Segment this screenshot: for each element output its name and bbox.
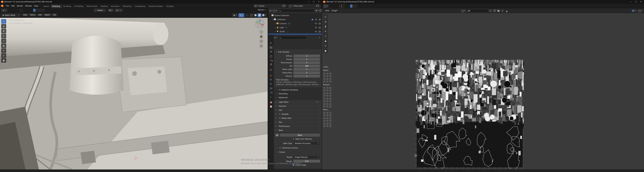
disable-in-render-icon[interactable] [319,31,321,32]
select-box-icon[interactable] [20,9,22,12]
select-box-tool[interactable]: □ [1,19,6,24]
image-display-dropdown[interactable] [638,9,643,12]
clear-image-checkbox[interactable] [292,164,294,166]
open-image-button[interactable] [496,9,500,12]
sub-panel-header[interactable]: ▸ Advanced [274,96,322,99]
bake-from-multires-checkbox[interactable] [292,138,294,140]
view-layer-selector[interactable]: View Layer × [288,4,321,8]
output[interactable] [268,50,274,54]
shading-mode-buttons[interactable] [250,13,267,17]
sidebar-icon-grid[interactable]: ◇◇◇ ◇◇◇ [323,98,335,102]
outliner-row[interactable]: ▸ Zt300 [268,30,322,34]
measure-tool[interactable]: ∠ [1,53,6,58]
viewport-menu-item[interactable]: View [22,14,28,16]
outliner-row[interactable]: Scene Collection [268,14,322,18]
mode-dropdown[interactable]: ▣Object Mode [1,13,21,17]
object-data[interactable] [268,94,274,99]
new-scene-icon[interactable] [282,5,284,7]
menu-item[interactable]: File [5,4,10,8]
close-button[interactable]: × [638,0,643,4]
properties-context-icon[interactable]: ☰ [274,37,277,38]
outliner-row[interactable]: ▾ Collection [268,18,322,22]
cursor-tool[interactable]: ◎ [1,24,6,28]
margin-slider[interactable]: 3 px [294,160,320,162]
snap-toggle-button[interactable] [108,8,114,12]
display-channels-dropdown[interactable] [631,9,636,12]
render[interactable] [268,45,274,50]
sidebar-icon-grid[interactable]: ◇◇◇ ◇◇◇ [323,117,335,122]
menu-item[interactable]: Edit [10,4,16,8]
disable-in-render-icon[interactable] [319,19,321,20]
outliner-filter-type-dropdown[interactable] [273,10,277,12]
sub-panel-header[interactable]: ▸ Denoising [274,92,322,96]
browse-image-dropdown[interactable] [461,9,466,12]
workspace-tab[interactable]: Texture Paint [85,5,99,8]
maximize-button[interactable]: ▢ [311,0,316,4]
workspace-tab[interactable]: Animation [109,5,121,8]
viewport-menu-item[interactable]: Select [29,14,37,16]
rotate-tool[interactable]: ↻ [323,29,328,34]
particles[interactable] [268,82,274,86]
panel-checkbox[interactable] [279,113,281,115]
sidebar-icon-grid[interactable]: ◇◇◇ ◇◇◇ [323,92,335,97]
box-tool[interactable]: ▦ [323,48,328,53]
add-cube-tool[interactable]: ▦ [1,58,6,62]
panel-header[interactable]: ▸ Performance ⋮☰ ∷∷ [274,124,322,128]
value-slider[interactable]: 1 [294,71,320,74]
bake-type-dropdown[interactable]: Ambient Occlusion [294,142,320,145]
ortho-toggle-button[interactable]: ⊞ [259,44,263,48]
move-tool[interactable]: ╋ [323,24,328,29]
view-layer[interactable] [268,54,274,58]
scene-selector[interactable]: Scene × [254,4,287,8]
camera-view-button[interactable] [259,39,263,43]
workspace-tab[interactable]: UV Editing [73,5,85,8]
panel-header[interactable]: ▸ Motion Blur ⋮☰ ∷∷ [274,116,322,120]
disclosure-icon[interactable]: ▸ [274,27,276,28]
annotate-tool[interactable]: ✎ [1,48,6,53]
proportional-editing-button[interactable]: ◎∿ [115,8,123,12]
3d-viewport[interactable]: User Perspective (1) Collection | Zt300.… [0,18,268,170]
hide-in-viewport-icon[interactable] [315,31,317,32]
sidebar-icon-grid[interactable]: ◇◇◇ ◇◇◇ [323,87,335,92]
panel-checkbox[interactable] [279,89,281,91]
navigation-gizmo[interactable] [255,19,265,28]
close-button[interactable]: × [316,0,321,4]
workspace-tab[interactable]: Shading [99,5,109,8]
new-view-layer-icon[interactable] [316,5,318,7]
properties-search-input[interactable] [278,36,306,39]
sidebar-icon-grid[interactable]: ◇◇◇ ◇◇◇ [323,103,335,108]
show-gizmo-button[interactable]: ◉ [232,13,238,17]
sidebar-panel-label[interactable]: Move... [323,108,335,111]
annotate-tool[interactable]: ✎ [323,44,328,48]
outliner-display-mode-dropdown[interactable]: ☰ [269,10,272,12]
scale-tool[interactable]: ↗ [1,38,6,43]
outliner-row[interactable]: ▸ Camera [268,22,322,26]
panel-header[interactable]: ▸ Hair ⋮☰ ∷∷ [274,108,322,112]
value-slider[interactable]: 1 [294,58,320,61]
workspace-tab[interactable]: Layout [42,5,51,8]
disclosure-icon[interactable]: ▸ [274,31,276,32]
workspace-tab[interactable]: Scripting [164,5,175,8]
constraints[interactable] [268,90,274,94]
outliner-row[interactable]: ▸ Light [268,26,322,30]
panel-header[interactable]: ▸ Volumes ⋮☰ ∷∷ [274,104,322,108]
physics[interactable] [268,86,274,90]
pin-icon[interactable] [506,9,507,12]
output-sub-panel-header[interactable]: ▾ Output [276,151,285,153]
world[interactable] [268,62,274,66]
hide-in-viewport-icon[interactable] [315,27,317,28]
value-slider[interactable]: 100 [294,64,320,68]
transform-tool[interactable]: ◉ [323,39,328,43]
sidebar-panel-label[interactable]: Auto: [323,66,335,68]
active-tool[interactable] [268,41,274,45]
outliner-filter-button[interactable] [316,10,319,11]
zoom-button[interactable] [259,30,263,34]
transform-tool[interactable]: ◉ [1,44,6,48]
menu-item[interactable]: View [324,9,330,12]
disable-in-render-icon[interactable] [319,27,321,28]
show-overlays-button[interactable]: ◎ [238,13,244,17]
select-mode-buttons[interactable] [350,4,357,8]
panel-menu-icon[interactable]: ⋮☰ [315,101,318,103]
sub-panel-header[interactable]: ▸ Adaptive Sampling [274,88,322,92]
value-slider[interactable]: 1 [294,75,320,78]
